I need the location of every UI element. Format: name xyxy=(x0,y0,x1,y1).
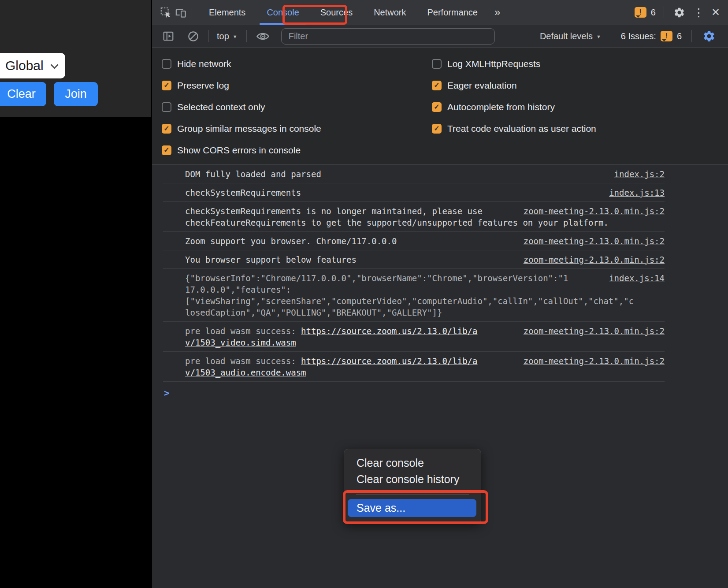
console-message-row: checkSystemRequirements index.js:13 xyxy=(163,183,665,202)
tab-sources[interactable]: Sources xyxy=(310,0,363,25)
join-button[interactable]: Join xyxy=(54,82,98,106)
console-message-row: pre load wasm success: https://source.zo… xyxy=(163,322,665,352)
menu-item-save-as[interactable]: Save as... xyxy=(348,499,476,517)
console-message-row: DOM fully loaded and parsed index.js:2 xyxy=(163,165,665,183)
checkbox[interactable]: ✓ xyxy=(162,102,171,112)
devtools-tabbar: ElementsConsoleSourcesNetworkPerformance… xyxy=(152,0,728,25)
close-icon[interactable]: ✕ xyxy=(710,6,721,19)
console-message-row: You browser support below features zoom-… xyxy=(163,250,665,269)
message-source-link[interactable]: index.js:14 xyxy=(609,272,665,284)
console-message-row: checkSystemRequirements is no longer mai… xyxy=(163,202,665,232)
context-menu: Clear consoleClear console history Save … xyxy=(344,449,481,524)
gear-icon[interactable] xyxy=(672,5,687,20)
settings-checkbox-row[interactable]: ✓ Treat code evaluation as user action xyxy=(432,118,596,139)
checkbox-label: Log XMLHttpRequests xyxy=(447,59,540,69)
kebab-menu-icon[interactable]: ⋮ xyxy=(691,6,706,19)
message-source-link[interactable]: zoom-meeting-2.13.0.min.js:2 xyxy=(524,205,665,217)
settings-checkbox-row[interactable]: ✓ Group similar messages in console xyxy=(162,118,432,139)
menu-item-clear-console-history[interactable]: Clear console history xyxy=(344,471,481,488)
settings-checkbox-row[interactable]: ✓ Log XMLHttpRequests xyxy=(432,53,596,74)
message-text: pre load wasm success: xyxy=(185,326,301,336)
message-source-link[interactable]: index.js:2 xyxy=(614,168,665,180)
levels-selector-label: Default levels xyxy=(540,31,593,41)
levels-selector[interactable]: Default levels ▼ xyxy=(540,31,601,41)
settings-gear-icon[interactable] xyxy=(702,29,717,44)
checkbox[interactable]: ✓ xyxy=(432,59,442,69)
checkbox-label: Selected context only xyxy=(177,102,265,112)
console-message-row: Zoom support you browser. Chrome/117.0.0… xyxy=(163,232,665,250)
caret-down-icon: ▼ xyxy=(596,34,601,39)
divider xyxy=(192,6,192,19)
tab-network[interactable]: Network xyxy=(363,0,416,25)
device-toolbar-icon[interactable] xyxy=(173,5,188,20)
filter-input[interactable] xyxy=(281,28,495,45)
caret-down-icon: ▼ xyxy=(233,34,238,39)
global-dropdown[interactable]: Global xyxy=(0,53,65,78)
checkbox-label: Preserve log xyxy=(177,80,229,91)
message-source-link[interactable]: zoom-meeting-2.13.0.min.js:2 xyxy=(524,325,665,337)
settings-checkbox-row[interactable]: ✓ Show CORS errors in console xyxy=(162,139,432,161)
issues-status-label: 6 Issues: xyxy=(621,31,656,41)
settings-checkbox-row[interactable]: ✓ Autocomplete from history xyxy=(432,96,596,118)
global-dropdown-label: Global xyxy=(5,58,44,73)
checkbox[interactable]: ✓ xyxy=(432,102,442,112)
inspect-icon[interactable] xyxy=(158,5,173,20)
message-text: checkSystemRequirements xyxy=(185,188,301,197)
settings-checkbox-row[interactable]: ✓ Eager evaluation xyxy=(432,74,596,96)
message-text: DOM fully loaded and parsed xyxy=(185,169,321,179)
console-toolbar: top ▼ Default levels ▼ 6 Issues: ! 6 xyxy=(152,25,728,48)
tab-elements[interactable]: Elements xyxy=(198,0,256,25)
context-selector[interactable]: top ▼ xyxy=(217,31,238,41)
issues-count: 6 xyxy=(651,7,656,18)
divider xyxy=(691,30,692,42)
checkbox-label: Autocomplete from history xyxy=(447,102,555,112)
tabbar-right-controls: ! 6 ⋮ ✕ xyxy=(635,5,728,20)
message-source-link[interactable]: zoom-meeting-2.13.0.min.js:2 xyxy=(524,235,665,247)
checkbox[interactable]: ✓ xyxy=(162,124,171,134)
checkbox[interactable]: ✓ xyxy=(162,145,171,155)
checkbox[interactable]: ✓ xyxy=(432,81,442,90)
checkbox-label: Show CORS errors in console xyxy=(177,145,301,156)
checkbox-label: Eager evaluation xyxy=(447,80,517,91)
console-messages: DOM fully loaded and parsed index.js:2 c… xyxy=(152,165,728,382)
console-message-row: pre load wasm success: https://source.zo… xyxy=(163,352,665,382)
checkbox[interactable]: ✓ xyxy=(162,59,171,69)
message-source-link[interactable]: zoom-meeting-2.13.0.min.js:2 xyxy=(524,254,665,265)
message-text: You browser support below features xyxy=(185,255,357,264)
message-text: pre load wasm success: xyxy=(185,356,301,366)
eye-icon[interactable] xyxy=(256,29,271,44)
settings-checkbox-row[interactable]: ✓ Selected context only xyxy=(162,96,432,118)
settings-checkbox-row[interactable]: ✓ Preserve log xyxy=(162,74,432,96)
checkbox[interactable]: ✓ xyxy=(432,124,442,134)
menu-item-clear-console[interactable]: Clear console xyxy=(344,455,481,471)
console-message-row: {"browserInfo":"Chrome/117.0.0.0","brows… xyxy=(163,269,665,322)
message-text: {"browserInfo":"Chrome/117.0.0.0","brows… xyxy=(185,273,634,317)
divider xyxy=(208,30,209,42)
divider xyxy=(611,30,611,42)
issues-icon[interactable]: ! xyxy=(635,7,646,18)
divider xyxy=(246,30,247,42)
clear-button[interactable]: Clear xyxy=(0,82,46,106)
tab-console[interactable]: Console xyxy=(256,0,309,25)
issues-status-count: 6 xyxy=(677,31,682,41)
more-tabs-button[interactable]: » xyxy=(488,0,506,25)
checkbox-label: Treat code evaluation as user action xyxy=(447,123,596,134)
devtools-panel: ElementsConsoleSourcesNetworkPerformance… xyxy=(151,0,728,588)
message-source-link[interactable]: zoom-meeting-2.13.0.min.js:2 xyxy=(524,355,665,367)
tab-performance[interactable]: Performance xyxy=(417,0,489,25)
devtools-tabs: ElementsConsoleSourcesNetworkPerformance xyxy=(198,0,488,25)
web-page: Global Clear Join xyxy=(0,0,151,588)
issues-status[interactable]: 6 Issues: ! 6 xyxy=(621,31,682,41)
console-settings-pane: ✓ Hide network ✓ Preserve log ✓ Selected… xyxy=(152,48,728,165)
settings-right-column: ✓ Log XMLHttpRequests ✓ Eager evaluation… xyxy=(432,53,596,161)
checkbox[interactable]: ✓ xyxy=(162,81,171,90)
sidebar-panel-icon[interactable] xyxy=(161,29,176,44)
message-text: Zoom support you browser. Chrome/117.0.0… xyxy=(185,236,397,246)
settings-checkbox-row[interactable]: ✓ Hide network xyxy=(162,53,432,74)
divider xyxy=(664,6,664,19)
clear-console-icon[interactable] xyxy=(186,29,201,44)
issues-icon: ! xyxy=(661,31,672,41)
console-prompt[interactable]: > xyxy=(164,388,728,398)
chevron-down-icon xyxy=(50,61,58,69)
message-source-link[interactable]: index.js:13 xyxy=(609,187,665,198)
